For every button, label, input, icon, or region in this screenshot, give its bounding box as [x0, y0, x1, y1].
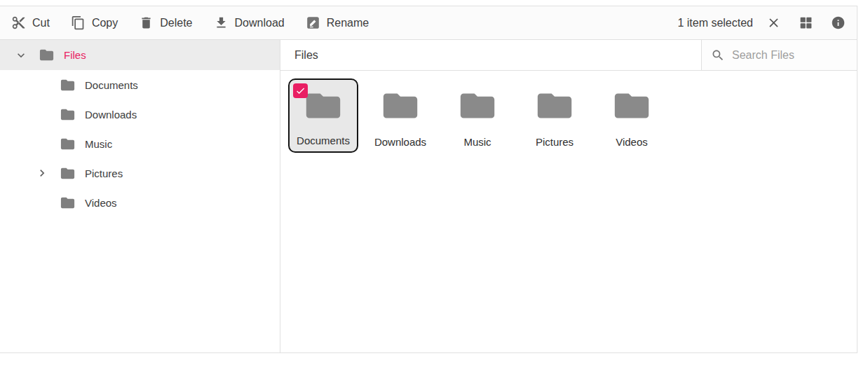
grid-view-icon [799, 15, 813, 30]
sidebar-item-label: Music [85, 138, 112, 150]
folder-icon [459, 90, 496, 121]
cut-label: Cut [32, 17, 50, 29]
delete-label: Delete [160, 17, 192, 29]
folder-icon [536, 90, 574, 121]
copy-label: Copy [92, 17, 118, 29]
close-icon [766, 15, 781, 30]
copy-button[interactable]: Copy [71, 15, 118, 30]
file-tile-documents[interactable]: Documents [288, 78, 358, 153]
download-label: Download [235, 17, 285, 29]
folder-icon [60, 195, 76, 211]
chevron-slot [35, 78, 49, 92]
delete-button[interactable]: Delete [139, 15, 192, 30]
toolbar-actions: Cut Copy Delete Download Rename [11, 15, 369, 30]
file-manager-app: Cut Copy Delete Download Rename 1 item s… [0, 6, 857, 353]
file-tile-videos[interactable]: Videos [597, 78, 667, 153]
file-tile-pictures[interactable]: Pictures [520, 78, 590, 153]
sidebar-item-videos[interactable]: Videos [0, 188, 280, 217]
download-button[interactable]: Download [214, 15, 285, 30]
folder-icon [304, 90, 342, 121]
file-tile-downloads[interactable]: Downloads [365, 78, 435, 153]
breadcrumb: Files [280, 49, 318, 62]
chevron-slot [35, 107, 49, 121]
rename-button[interactable]: Rename [306, 15, 369, 30]
selection-status: 1 item selected [677, 17, 753, 29]
cut-button[interactable]: Cut [11, 15, 50, 30]
folder-icon [381, 90, 419, 121]
search-input[interactable] [732, 49, 844, 62]
check-icon [295, 85, 306, 96]
toolbar: Cut Copy Delete Download Rename 1 item s… [0, 6, 857, 40]
file-tile-music[interactable]: Music [442, 78, 513, 153]
folder-icon [60, 77, 76, 93]
info-button[interactable] [830, 15, 846, 31]
file-tile-label: Downloads [374, 136, 426, 148]
folder-icon [60, 107, 76, 123]
grid-view-button[interactable] [798, 15, 813, 31]
scissors-icon [11, 15, 26, 30]
main-panel: Files Documents [280, 40, 857, 352]
file-tile-label: Videos [616, 136, 648, 148]
file-tile-label: Music [463, 136, 491, 148]
file-grid: Documents Downloads Music [280, 71, 857, 352]
selected-checkbox[interactable] [293, 83, 308, 98]
trash-icon [139, 15, 154, 30]
file-tile-label: Pictures [536, 136, 574, 148]
sidebar-item-label: Videos [85, 197, 117, 209]
copy-icon [71, 15, 86, 30]
sidebar-item-pictures[interactable]: Pictures [0, 158, 280, 188]
sidebar-item-documents[interactable]: Documents [0, 70, 280, 100]
app-body: Files Documents Downloads [0, 40, 857, 352]
sidebar-item-files[interactable]: Files [0, 40, 280, 70]
rename-icon [306, 15, 320, 30]
chevron-down-icon[interactable] [14, 48, 28, 62]
search-icon [711, 48, 725, 62]
toolbar-right: 1 item selected [677, 15, 846, 31]
sidebar-item-label: Downloads [85, 109, 137, 121]
folder-icon [60, 136, 76, 152]
search-box[interactable] [701, 40, 857, 70]
sidebar-item-label: Documents [85, 79, 138, 91]
rename-label: Rename [327, 17, 369, 29]
folder-icon [39, 47, 55, 63]
folder-icon [613, 90, 651, 121]
clear-selection-button[interactable] [766, 15, 781, 31]
chevron-slot [35, 196, 49, 210]
chevron-right-icon[interactable] [35, 166, 49, 180]
info-icon [831, 15, 846, 30]
sidebar: Files Documents Downloads [0, 40, 280, 352]
sidebar-item-label: Files [64, 49, 86, 61]
sidebar-item-downloads[interactable]: Downloads [0, 100, 280, 129]
sidebar-item-music[interactable]: Music [0, 129, 280, 158]
file-tile-label: Documents [297, 135, 350, 146]
chevron-slot [35, 137, 49, 151]
download-icon [214, 15, 229, 30]
sidebar-item-label: Pictures [85, 167, 123, 179]
main-header: Files [280, 40, 857, 71]
folder-icon [60, 165, 76, 181]
